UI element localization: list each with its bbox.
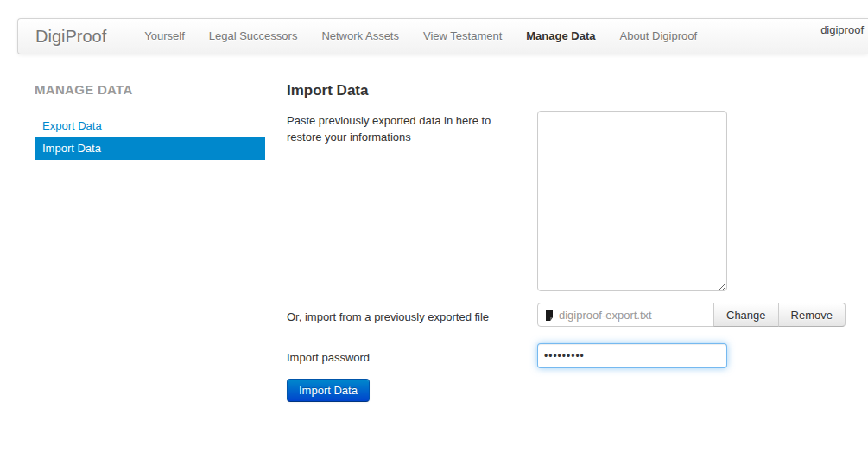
- file-import-row: Or, import from a previously exported fi…: [287, 303, 868, 327]
- sidebar-item-import-data: Import Data: [35, 137, 265, 160]
- nav-item-view-testament: View Testament: [411, 19, 514, 54]
- paste-data-textarea[interactable]: [537, 111, 727, 291]
- sidebar-nav: Export Data Import Data: [35, 115, 265, 160]
- page-title: Import Data: [287, 82, 868, 99]
- sidebar-heading: MANAGE DATA: [35, 82, 265, 97]
- file-import-label: Or, import from a previously exported fi…: [287, 303, 537, 327]
- sidebar: MANAGE DATA Export Data Import Data: [35, 82, 265, 413]
- nav-link-legal-successors[interactable]: Legal Successors: [197, 19, 310, 54]
- nav-link-about-digiproof[interactable]: About Digiproof: [607, 19, 709, 54]
- nav-item-legal-successors: Legal Successors: [197, 19, 310, 54]
- nav-link-network-assets[interactable]: Network Assets: [309, 19, 411, 54]
- nav-item-manage-data: Manage Data: [514, 19, 607, 54]
- change-file-button[interactable]: Change: [713, 303, 779, 327]
- nav-link-view-testament[interactable]: View Testament: [411, 19, 514, 54]
- remove-file-button[interactable]: Remove: [778, 303, 846, 327]
- file-icon: [545, 310, 554, 321]
- main-content: Import Data Paste previously exported da…: [287, 82, 868, 413]
- content-area: MANAGE DATA Export Data Import Data Impo…: [0, 82, 868, 413]
- password-row: Import password •••••••••: [287, 343, 868, 368]
- import-password-input[interactable]: •••••••••: [537, 343, 727, 368]
- text-cursor: [586, 349, 586, 362]
- nav-item-network-assets: Network Assets: [309, 19, 411, 54]
- nav-item-about-digiproof: About Digiproof: [607, 19, 709, 54]
- selected-file-name: digiproof-export.txt: [559, 309, 652, 322]
- password-masked-value: •••••••••: [544, 351, 585, 361]
- logged-in-user: digiproof: [820, 23, 864, 36]
- nav-menu: Yourself Legal Successors Network Assets…: [132, 19, 709, 54]
- nav-link-manage-data[interactable]: Manage Data: [514, 19, 607, 54]
- paste-data-row: Paste previously exported data in here t…: [287, 111, 868, 291]
- password-label: Import password: [287, 343, 537, 368]
- file-input-widget: digiproof-export.txt Change Remove: [537, 303, 846, 327]
- sidebar-link-export-data[interactable]: Export Data: [35, 115, 265, 137]
- selected-file-box: digiproof-export.txt: [537, 303, 714, 327]
- nav-item-yourself: Yourself: [132, 19, 197, 54]
- sidebar-item-export-data: Export Data: [35, 115, 265, 137]
- sidebar-link-import-data[interactable]: Import Data: [35, 137, 265, 160]
- nav-link-yourself[interactable]: Yourself: [132, 19, 197, 54]
- navbar: DigiProof Yourself Legal Successors Netw…: [17, 18, 868, 54]
- brand-digiproof[interactable]: DigiProof: [18, 27, 124, 47]
- paste-data-label: Paste previously exported data in here t…: [287, 111, 537, 291]
- submit-row: Import Data: [287, 379, 868, 402]
- import-data-submit-button[interactable]: Import Data: [287, 379, 370, 402]
